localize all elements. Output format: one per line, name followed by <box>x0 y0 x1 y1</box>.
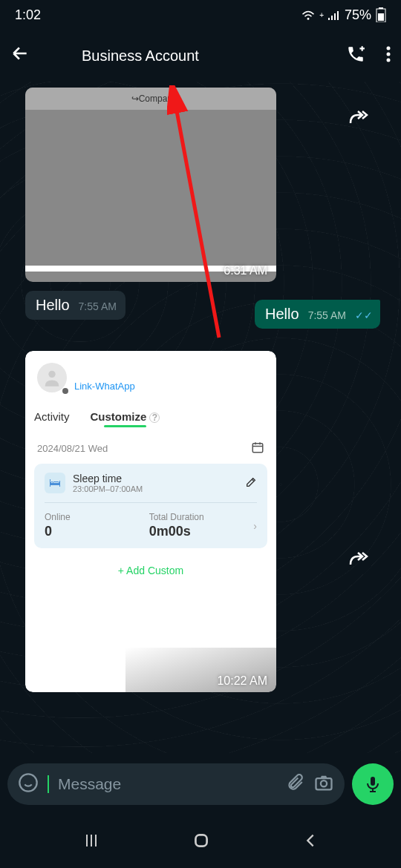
incoming-media-message[interactable]: ↪ Compar 6:31 AM <box>25 88 276 282</box>
chat-area: ↪ Compar 6:31 AM Hello 7:55 AM Hello 7:5… <box>0 82 401 753</box>
battery-icon <box>376 7 386 22</box>
wifi-icon <box>301 10 315 20</box>
signal-plus-icon: + <box>319 11 324 19</box>
back-button[interactable] <box>10 44 30 68</box>
svg-point-15 <box>321 780 327 786</box>
duration-value: 0m00s <box>149 524 254 539</box>
message-timestamp: 7:55 AM <box>308 309 346 321</box>
status-dot-icon <box>62 388 68 394</box>
edit-button[interactable] <box>245 476 257 490</box>
back-nav-button[interactable] <box>302 832 319 852</box>
svg-rect-1 <box>328 18 330 20</box>
read-ticks-icon: ✓✓ <box>355 309 373 321</box>
online-value: 0 <box>45 524 149 539</box>
text-cursor <box>48 775 49 793</box>
svg-rect-2 <box>331 16 333 20</box>
message-text: Hello <box>265 306 299 323</box>
add-custom-button[interactable]: + Add Custom <box>34 565 267 576</box>
recents-button[interactable] <box>82 832 100 852</box>
help-icon[interactable]: ? <box>149 412 160 423</box>
media-caption: ↪ Compar <box>25 88 276 110</box>
svg-point-13 <box>19 774 36 791</box>
tab-customize[interactable]: Customize? <box>91 410 160 423</box>
avatar <box>37 363 67 392</box>
voice-message-button[interactable] <box>352 763 394 805</box>
android-nav-bar <box>0 816 401 868</box>
svg-point-0 <box>307 19 309 20</box>
chevron-right-icon[interactable]: › <box>253 520 257 532</box>
menu-button[interactable] <box>386 46 391 65</box>
status-icons: + 75% <box>301 7 386 23</box>
incoming-activity-card[interactable]: Link-WhatApp Activity Customize? 2024/08… <box>25 351 276 692</box>
sleep-time-card[interactable]: 🛏 Sleep time 23:00PM–07:00AM <box>34 464 267 548</box>
status-bar: 1:02 + 75% <box>0 0 401 30</box>
forward-button[interactable] <box>348 551 368 571</box>
online-label: Online <box>45 512 149 522</box>
chat-header: Business Account <box>0 30 401 82</box>
date-label: 2024/08/21 Wed <box>37 443 108 454</box>
message-input[interactable] <box>58 775 276 793</box>
svg-rect-4 <box>337 11 339 20</box>
message-timestamp: 6:31 AM <box>224 264 267 277</box>
svg-rect-3 <box>334 13 336 20</box>
clock: 1:02 <box>15 7 41 23</box>
svg-rect-12 <box>252 444 263 453</box>
duration-label: Total Duration <box>149 512 254 522</box>
camera-button[interactable] <box>313 772 334 796</box>
divider <box>45 502 257 503</box>
incoming-text-message[interactable]: Hello 7:55 AM <box>25 291 125 320</box>
svg-point-8 <box>387 47 391 50</box>
svg-rect-7 <box>378 13 384 21</box>
calendar-button[interactable] <box>251 441 264 456</box>
link-label[interactable]: Link-WhatApp <box>74 381 135 392</box>
message-input-bar <box>7 763 394 805</box>
bed-icon: 🛏 <box>45 473 65 493</box>
message-timestamp: 10:22 AM <box>217 674 267 688</box>
svg-rect-16 <box>195 835 206 846</box>
outgoing-text-message[interactable]: Hello 7:55 AM ✓✓ <box>255 300 380 329</box>
chat-title[interactable]: Business Account <box>45 47 331 65</box>
sleep-title: Sleep time <box>73 473 238 484</box>
signal-icon <box>328 10 340 20</box>
sleep-range: 23:00PM–07:00AM <box>73 484 238 493</box>
add-call-button[interactable] <box>346 45 365 67</box>
message-text: Hello <box>36 297 70 314</box>
svg-point-9 <box>387 53 391 56</box>
forward-button[interactable] <box>348 110 368 129</box>
attach-button[interactable] <box>285 773 304 795</box>
emoji-button[interactable] <box>18 772 39 796</box>
message-timestamp: 7:55 AM <box>79 300 117 312</box>
home-button[interactable] <box>192 831 211 853</box>
svg-point-11 <box>48 371 55 378</box>
svg-point-10 <box>387 59 391 62</box>
tab-activity[interactable]: Activity <box>34 410 70 423</box>
battery-percent: 75% <box>345 7 371 23</box>
